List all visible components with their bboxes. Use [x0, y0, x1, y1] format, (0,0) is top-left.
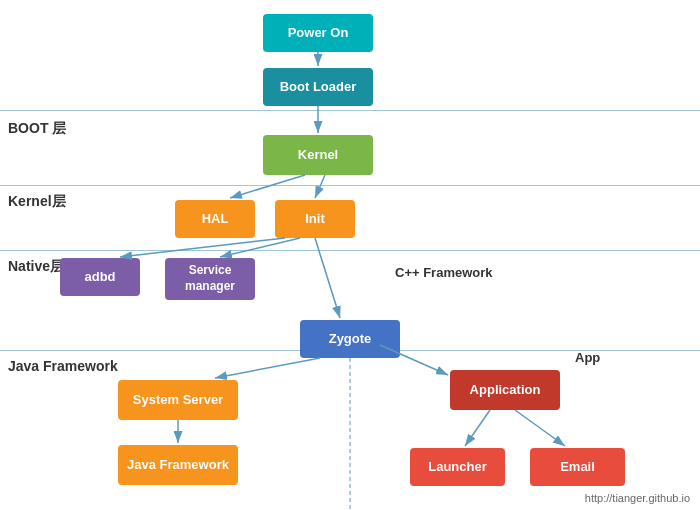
native-layer-line: [0, 250, 700, 251]
init-box: Init: [275, 200, 355, 238]
system-server-box: System Server: [118, 380, 238, 420]
app-label: App: [575, 350, 600, 365]
kernel-layer-line: [0, 185, 700, 186]
svg-line-6: [220, 238, 300, 257]
java-framework-box: Java Framework: [118, 445, 238, 485]
native-label: Native层: [8, 258, 64, 276]
adbd-box: adbd: [60, 258, 140, 296]
svg-line-3: [230, 175, 305, 198]
email-box: Email: [530, 448, 625, 486]
svg-line-12: [515, 410, 565, 446]
boot-loader-box: Boot Loader: [263, 68, 373, 106]
boot-label: BOOT 层: [8, 120, 66, 138]
cpp-framework-label: C++ Framework: [395, 265, 493, 280]
kernel-box: Kernel: [263, 135, 373, 175]
boot-layer-line: [0, 110, 700, 111]
service-manager-box: Servicemanager: [165, 258, 255, 300]
power-on-box: Power On: [263, 14, 373, 52]
java-label: Java Framework: [8, 358, 118, 374]
kernel-label: Kernel层: [8, 193, 66, 211]
footer-url: http://tianger.github.io: [585, 492, 690, 504]
launcher-box: Launcher: [410, 448, 505, 486]
svg-line-8: [215, 358, 320, 378]
hal-box: HAL: [175, 200, 255, 238]
svg-line-4: [315, 175, 325, 198]
zygote-box: Zygote: [300, 320, 400, 358]
svg-line-5: [120, 238, 285, 257]
svg-line-11: [465, 410, 490, 446]
application-box: Application: [450, 370, 560, 410]
